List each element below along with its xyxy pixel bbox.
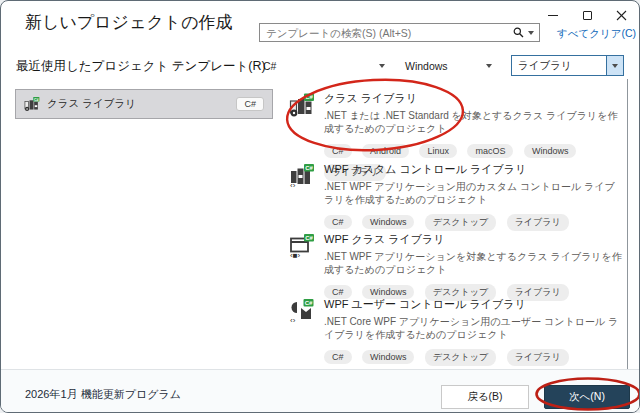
tag: Linux: [419, 144, 457, 158]
minimize-icon: [548, 15, 558, 16]
maximize-icon: [583, 11, 592, 20]
minimize-button[interactable]: [536, 2, 570, 29]
language-filter-dropdown[interactable]: C#: [256, 56, 392, 76]
tag: macOS: [467, 144, 513, 158]
tag: デスクトップ: [425, 214, 496, 231]
next-button[interactable]: 次へ(N): [544, 385, 630, 409]
close-icon: [616, 10, 627, 21]
tag: ライブラリ: [507, 349, 569, 366]
template-description: .NET WPF アプリケーション用のカスタム コントロール ライブラリを作成す…: [324, 180, 622, 206]
search-dropdown-caret-icon[interactable]: [528, 31, 534, 35]
platform-filter-value: Windows: [405, 60, 448, 72]
tag: Windows: [362, 215, 415, 229]
dialog-title: 新しいプロジェクトの作成: [25, 11, 233, 34]
back-button[interactable]: 戻る(B): [441, 385, 529, 409]
tag: ライブラリ: [507, 214, 569, 231]
footer-divider: [1, 369, 639, 370]
tag: Windows: [362, 350, 415, 364]
template-title: WPF ユーザー コントロール ライブラリ: [324, 297, 623, 312]
svg-text:‹›: ‹›: [290, 316, 296, 325]
project-type-filter-value: ライブラリ: [512, 56, 606, 75]
recent-templates-heading: 最近使用したプロジェクト テンプレート(R): [16, 58, 266, 75]
project-type-filter-dropdown[interactable]: ライブラリ: [511, 55, 624, 76]
recent-item-label: クラス ライブラリ: [47, 97, 236, 111]
search-icon[interactable]: [513, 27, 524, 38]
platform-filter-dropdown[interactable]: Windows: [398, 56, 499, 76]
wpf-user-control-library-icon: ‹› C#: [289, 298, 315, 324]
wpf-class-library-icon: ‹■› C#: [289, 233, 315, 259]
chevron-down-icon: [612, 64, 618, 68]
template-tags: C# Windows デスクトップ ライブラリ: [324, 346, 623, 369]
svg-text:C#: C#: [305, 235, 313, 241]
class-library-icon: C#: [289, 92, 315, 118]
class-library-icon: C#: [24, 96, 40, 112]
search-input[interactable]: [260, 27, 513, 39]
wpf-custom-control-library-icon: ‹› C#: [289, 163, 315, 189]
svg-text:C#: C#: [305, 300, 313, 306]
chevron-down-icon: [486, 64, 492, 68]
clear-all-link[interactable]: すべてクリア(C): [557, 27, 636, 41]
svg-text:C#: C#: [305, 165, 313, 171]
recent-item-class-library[interactable]: C# クラス ライブラリ C#: [15, 89, 273, 119]
template-item-wpf-custom-control-library[interactable]: ‹› C# WPF カスタム コントロール ライブラリ .NET WPF アプリ…: [287, 160, 623, 234]
template-description: .NET または .NET Standard を対象とするクラス ライブラリを作…: [324, 109, 622, 135]
svg-text:C#: C#: [305, 94, 313, 100]
svg-text:‹›: ‹›: [290, 181, 296, 190]
tag: Android: [362, 144, 409, 158]
template-description: .NET WPF アプリケーションを対象とするクラス ライブラリを作成するための…: [324, 250, 622, 276]
window-controls: [536, 2, 638, 29]
template-description: .NET Core WPF アプリケーション用のユーザー コントロール ライブラ…: [324, 315, 622, 341]
search-box-icons: [513, 27, 539, 38]
template-title: クラス ライブラリ: [324, 91, 623, 106]
tag: C#: [324, 215, 352, 229]
tag: C#: [324, 350, 352, 364]
create-new-project-dialog: 新しいプロジェクトの作成 すべてクリア(C) C#: [0, 0, 640, 413]
template-title: WPF カスタム コントロール ライブラリ: [324, 162, 623, 177]
project-type-dropdown-button[interactable]: [606, 56, 623, 75]
tag: C#: [324, 144, 352, 158]
template-list-scrollbar[interactable]: [627, 79, 628, 369]
recent-item-language-badge: C#: [236, 97, 264, 111]
svg-text:‹■›: ‹■›: [290, 251, 300, 260]
tag: デスクトップ: [425, 349, 496, 366]
maximize-button[interactable]: [570, 2, 604, 29]
tag: Windows: [524, 144, 577, 158]
template-item-wpf-user-control-library[interactable]: ‹› C# WPF ユーザー コントロール ライブラリ .NET Core WP…: [287, 295, 623, 369]
close-button[interactable]: [604, 2, 638, 29]
chevron-down-icon: [379, 64, 385, 68]
search-box[interactable]: [259, 23, 540, 42]
update-program-link[interactable]: 2026年1月 機能更新プログラム: [25, 387, 181, 402]
svg-text:C#: C#: [34, 98, 39, 102]
template-item-wpf-class-library[interactable]: ‹■› C# WPF クラス ライブラリ .NET WPF アプリケーションを対…: [287, 230, 623, 304]
template-title: WPF クラス ライブラリ: [324, 232, 623, 247]
